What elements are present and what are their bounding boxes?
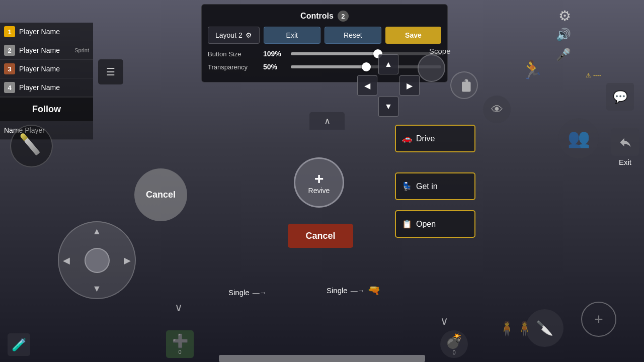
bag-circle[interactable] <box>450 71 478 99</box>
grenade-count: 0 <box>452 349 455 355</box>
joy-down-arrow: ▼ <box>93 284 102 294</box>
reset-button[interactable]: Reset <box>325 27 381 44</box>
health-count: 0 <box>178 349 181 355</box>
arrow-empty-mid <box>378 75 398 96</box>
follow-label: Follow <box>32 104 61 115</box>
cancel-red-label: Cancel <box>305 231 335 241</box>
player-list: 1 Player Name 2 Player Name Sprint 3 Pla… <box>0 23 93 140</box>
down-chevron-1[interactable]: ∨ <box>175 301 183 314</box>
warning-bar: ⚠ ---- <box>586 72 601 79</box>
chat-icon[interactable]: 💬 <box>606 83 634 111</box>
health-kit-icon: ➕ <box>172 333 188 349</box>
transparency-value: 50% <box>263 63 286 71</box>
sprint-badge: Sprint <box>74 47 89 53</box>
chevron-up-button[interactable]: ∧ <box>309 112 345 130</box>
exit-side-label: Exit <box>619 158 631 166</box>
arrow-left-button[interactable]: ◀ <box>357 75 377 96</box>
controls-label: Controls <box>300 12 334 21</box>
exit-label: Exit <box>286 31 298 39</box>
exit-button[interactable]: Exit <box>264 27 320 44</box>
arrow-empty-br <box>399 97 420 117</box>
player-num-4: 4 <box>4 82 15 93</box>
soldier-icon-1: 🧍 <box>516 320 533 337</box>
drive-label: Drive <box>416 134 435 143</box>
arrow-down-button[interactable]: ▼ <box>378 97 398 117</box>
open-button[interactable]: 📋 Open <box>395 210 475 238</box>
flask-icon[interactable]: 🧪 <box>8 333 30 356</box>
follow-button[interactable]: Follow <box>0 97 93 121</box>
health-kit[interactable]: ➕ 0 <box>166 330 194 358</box>
scope-circle[interactable] <box>418 54 445 82</box>
joystick[interactable]: ▲ ◀ ▶ ▼ <box>58 221 136 299</box>
arrow-up-button[interactable]: ▲ <box>378 54 398 74</box>
joy-right-arrow: ▶ <box>124 255 131 266</box>
joystick-knob[interactable] <box>85 248 110 273</box>
arrow-empty-tr <box>399 54 420 74</box>
revive-plus-icon: + <box>314 170 324 187</box>
drive-button[interactable]: 🚗 Drive <box>395 125 475 152</box>
warning-dashes: ---- <box>593 72 601 79</box>
bag-icon <box>457 78 472 93</box>
getin-button[interactable]: 💺 Get in <box>395 172 475 200</box>
player-item-1[interactable]: 1 Player Name <box>0 23 93 41</box>
open-label: Open <box>416 220 436 229</box>
cancel-red-button[interactable]: Cancel <box>288 224 353 248</box>
button-size-label: Button Size <box>208 50 258 58</box>
bullet-icon <box>10 125 53 167</box>
bottom-bar <box>219 355 425 362</box>
settings-icon[interactable]: ⚙ <box>558 8 571 24</box>
controls-badge: 2 <box>338 11 349 22</box>
down-chevron-2[interactable]: ∨ <box>440 315 448 328</box>
weapon-slot-2[interactable]: Single —→ 🔫 <box>327 284 390 297</box>
bullet-shape <box>23 137 40 155</box>
player-item-3[interactable]: 3 Player Name <box>0 60 93 78</box>
arrow-right-button[interactable]: ▶ <box>399 75 420 96</box>
single-label-2: Single <box>327 286 348 295</box>
transparency-label: Transparency <box>208 63 258 71</box>
revive-label: Revive <box>308 187 330 195</box>
fire-mode-arrow-1: —→ <box>253 289 267 297</box>
controls-buttons: Layout 2 ⚙ Exit Reset Save <box>208 27 441 44</box>
arrow-empty-tl <box>357 54 377 74</box>
grenade-icon[interactable]: 💣 0 <box>440 330 468 358</box>
player-name-2: Player Name <box>19 46 60 54</box>
getin-label: Get in <box>416 182 438 191</box>
joy-left-arrow: ◀ <box>63 255 70 266</box>
drive-icon: 🚗 <box>402 134 412 143</box>
arrow-controls: ▲ ◀ ▶ ▼ <box>357 54 420 117</box>
bullet-tip <box>19 132 28 141</box>
save-label: Save <box>405 31 422 39</box>
player-num-2: 2 <box>4 45 15 56</box>
weapon-slot-1[interactable]: Single —→ <box>228 288 267 297</box>
controls-title: Controls 2 <box>208 11 441 22</box>
open-icon: 📋 <box>402 219 412 229</box>
layout-label: Layout 2 <box>215 31 243 39</box>
save-button[interactable]: Save <box>385 27 441 44</box>
eye-icon[interactable]: 👁 <box>483 96 511 123</box>
reset-label: Reset <box>344 31 362 39</box>
mic-icon[interactable]: 🎤 <box>556 48 571 62</box>
player-num-1: 1 <box>4 26 15 37</box>
cancel-circle-label: Cancel <box>146 190 176 200</box>
layout-button[interactable]: Layout 2 ⚙ <box>208 27 260 44</box>
fire-mode-arrow-2: —→ <box>351 287 365 295</box>
volume-icon[interactable]: 🔊 <box>556 28 571 42</box>
crosshair <box>581 302 616 337</box>
joy-up-arrow: ▲ <box>93 226 102 237</box>
transparency-fill <box>291 65 366 68</box>
player-name-3: Player Name <box>19 65 60 73</box>
people-icon[interactable]: 👥 <box>558 118 599 158</box>
soldier-icon-2: 🧍 <box>498 320 516 337</box>
gun-icon: 🔫 <box>368 284 390 297</box>
exit-side-button[interactable]: Exit <box>611 128 639 166</box>
door-exit-icon <box>618 135 632 149</box>
list-icon[interactable]: ☰ <box>98 59 123 84</box>
revive-button[interactable]: + Revive <box>294 157 344 208</box>
warning-icon: ⚠ <box>586 72 591 79</box>
run-icon[interactable]: 🏃 <box>521 59 546 84</box>
arrow-empty-bl <box>357 97 377 117</box>
player-item-2[interactable]: 2 Player Name Sprint <box>0 41 93 60</box>
cancel-circle-button[interactable]: Cancel <box>134 168 187 221</box>
player-item-4[interactable]: 4 Player Name <box>0 78 93 97</box>
single-label-1: Single <box>228 288 250 297</box>
